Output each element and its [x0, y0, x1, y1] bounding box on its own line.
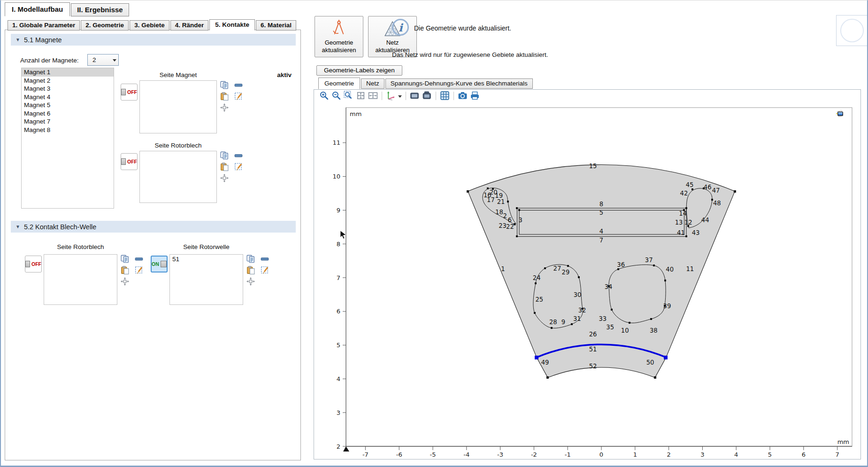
y-axis-ticks: 234567891011 — [332, 139, 346, 450]
clear-selection-icon[interactable] — [234, 163, 243, 171]
list-item[interactable]: Magnet 3 — [22, 85, 114, 93]
checkbox-icon — [121, 158, 126, 165]
zoom-in-icon[interactable] — [319, 91, 329, 101]
graphics-tab-1[interactable]: Geometrie — [318, 78, 360, 89]
info-message-2: Das Netz wird nur für zugewiesene Gebiet… — [392, 51, 548, 58]
seite-magnet-actions — [220, 81, 244, 112]
step-tab-1[interactable]: 1. Globale Parameter — [8, 20, 80, 31]
zoom-extents-icon[interactable] — [356, 91, 366, 101]
svg-text:9: 9 — [561, 319, 565, 326]
kontakt-rotorwelle-selection-box[interactable]: 51 — [169, 254, 243, 305]
grid-icon[interactable] — [440, 91, 450, 101]
camera-icon[interactable] — [458, 91, 468, 101]
step-tab-5[interactable]: 5. Kontakte — [209, 19, 255, 31]
main-tab-1[interactable]: I. Modellaufbau — [5, 2, 70, 16]
paste-icon[interactable] — [121, 266, 129, 274]
clear-selection-icon[interactable] — [135, 266, 143, 274]
section-title: 5.2 Kontakt Blech-Welle — [24, 223, 96, 231]
kontakt-rotorwelle-actions — [246, 255, 270, 286]
geometrie-labels-zeigen-button[interactable]: Geometrie-Labels zeigen — [316, 65, 402, 76]
print-icon[interactable] — [470, 91, 480, 101]
svg-text:36: 36 — [617, 261, 625, 268]
svg-text:47: 47 — [712, 187, 720, 194]
zoom-extents-icon[interactable] — [121, 277, 129, 286]
zoom-extents-icon[interactable] — [220, 174, 229, 182]
copy-icon[interactable] — [220, 81, 229, 89]
collapse-triangle-icon: ▼ — [15, 37, 20, 42]
selection-entry[interactable]: 51 — [170, 255, 243, 264]
graphics-tab-3[interactable]: Spannungs-Dehnungs-Kurve des Blechmateri… — [385, 78, 533, 89]
geometrie-aktualisieren-button[interactable]: Geometrie aktualisieren — [315, 16, 363, 57]
view-orientation-icon[interactable] — [386, 91, 396, 101]
seite-magnet-selection-box[interactable] — [139, 80, 217, 133]
zoom-box-icon[interactable] — [344, 91, 353, 101]
svg-text:7: 7 — [835, 451, 839, 458]
checkbox-icon — [25, 261, 30, 267]
paste-icon[interactable] — [220, 92, 229, 101]
kontakt-rotorblech-selection-box[interactable] — [44, 254, 117, 305]
image-export-icon[interactable] — [422, 91, 432, 101]
svg-text:4: 4 — [734, 451, 738, 458]
step-tab-6[interactable]: 6. Material — [256, 20, 296, 31]
copy-icon[interactable] — [121, 255, 129, 263]
svg-text:9: 9 — [337, 207, 340, 214]
geometry-plot[interactable]: -7-6-5-4-3-2-101234567 234567891011 mm m… — [314, 102, 860, 458]
svg-text:12: 12 — [684, 219, 692, 226]
list-item[interactable]: Magnet 7 — [22, 117, 114, 126]
mouse-cursor — [340, 231, 348, 240]
step-tab-4[interactable]: 4. Ränder — [170, 20, 209, 31]
seite-rotorblech-actions — [220, 151, 244, 182]
seite-rotorblech-selection-box[interactable] — [139, 151, 217, 203]
graphics-tab-2[interactable]: Netz — [361, 78, 384, 89]
vw-logo — [839, 18, 865, 43]
remove-icon[interactable] — [234, 151, 243, 160]
magnet-listbox[interactable]: Magnet 1Magnet 2Magnet 3Magnet 4Magnet 5… — [21, 68, 114, 209]
svg-text:-7: -7 — [362, 451, 369, 458]
remove-icon[interactable] — [135, 255, 143, 263]
kontakt-rotorblech-caption: Seite Rotorblech — [44, 243, 117, 250]
toolbar-separator — [453, 92, 454, 100]
anzahl-magnete-select[interactable]: 2 — [87, 54, 119, 66]
list-item[interactable]: Magnet 8 — [22, 126, 114, 134]
zoom-extents-icon[interactable] — [220, 103, 229, 112]
main-tab-2[interactable]: II. Ergebnisse — [71, 3, 129, 16]
zoom-extents-icon[interactable] — [246, 277, 255, 286]
svg-text:45: 45 — [686, 181, 694, 188]
toggle-seite-magnet-off[interactable]: OFF — [121, 84, 138, 101]
section-header-kontakt[interactable]: ▼ 5.2 Kontakt Blech-Welle — [11, 221, 296, 233]
copy-icon[interactable] — [246, 255, 255, 263]
toggle-kontakt-rotorwelle-on[interactable]: ON — [151, 256, 168, 272]
remove-icon[interactable] — [234, 81, 243, 89]
svg-text:3: 3 — [518, 217, 522, 224]
copy-icon[interactable] — [220, 151, 229, 160]
list-item[interactable]: Magnet 2 — [22, 77, 114, 85]
list-item[interactable]: Magnet 6 — [22, 109, 114, 118]
svg-text:15: 15 — [589, 163, 597, 170]
info-icon: i — [392, 19, 409, 36]
clear-selection-icon[interactable] — [261, 266, 269, 274]
image-snapshot-icon[interactable] — [410, 91, 420, 101]
list-item[interactable]: Magnet 5 — [22, 101, 114, 109]
clear-selection-icon[interactable] — [234, 92, 243, 101]
zoom-out-icon[interactable] — [331, 91, 341, 101]
toolbar-separator — [436, 92, 436, 100]
svg-text:-6: -6 — [396, 451, 402, 458]
section-header-magnete[interactable]: ▼ 5.1 Magnete — [11, 34, 296, 46]
info-message-1: Die Geometrie wurde aktualisiert. — [414, 24, 511, 32]
paste-icon[interactable] — [246, 266, 255, 274]
list-item[interactable]: Magnet 4 — [22, 93, 114, 101]
svg-text:22: 22 — [506, 223, 514, 230]
remove-icon[interactable] — [261, 255, 269, 263]
svg-text:5: 5 — [337, 342, 340, 349]
toggle-seite-rotorblech-off[interactable]: OFF — [121, 153, 138, 170]
step-tab-3[interactable]: 3. Gebiete — [130, 20, 169, 31]
zoom-selected-icon[interactable] — [368, 91, 378, 101]
svg-text:50: 50 — [646, 359, 654, 366]
list-item[interactable]: Magnet 1 — [22, 68, 114, 77]
svg-text:7: 7 — [599, 237, 603, 244]
step-tab-2[interactable]: 2. Geometrie — [81, 20, 129, 31]
paste-icon[interactable] — [220, 163, 229, 171]
svg-text:25: 25 — [535, 296, 543, 303]
dropdown-caret-icon[interactable] — [398, 95, 402, 100]
toggle-kontakt-rotorblech-off[interactable]: OFF — [25, 256, 42, 272]
